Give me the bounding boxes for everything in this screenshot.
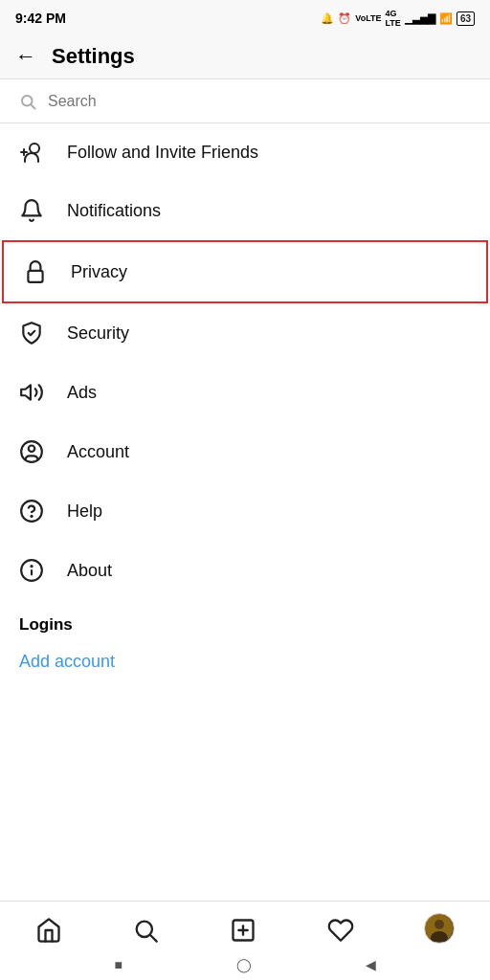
add-post-button[interactable] bbox=[230, 913, 256, 943]
svg-point-8 bbox=[29, 446, 35, 453]
svg-line-15 bbox=[151, 935, 157, 941]
search-input[interactable] bbox=[48, 93, 471, 110]
android-nav-bar: ■ ◯ ◀ bbox=[0, 949, 490, 980]
signal-icon: ▁▃▅▇ bbox=[405, 12, 435, 25]
menu-item-account[interactable]: Account bbox=[0, 422, 490, 481]
svg-rect-5 bbox=[28, 271, 42, 282]
ads-label: Ads bbox=[67, 383, 97, 403]
activity-button[interactable] bbox=[327, 913, 354, 943]
help-label: Help bbox=[67, 501, 102, 522]
shield-icon bbox=[19, 321, 54, 345]
status-bar: 9:42 PM 🔔 ⏰ VoLTE 4GLTE ▁▃▅▇ 📶 63 bbox=[0, 0, 490, 34]
status-icons: 🔔 ⏰ VoLTE 4GLTE ▁▃▅▇ 📶 63 bbox=[321, 9, 475, 28]
search-icon bbox=[19, 91, 36, 111]
ads-icon bbox=[19, 380, 54, 405]
volte-icon: VoLTE bbox=[355, 13, 381, 23]
svg-line-1 bbox=[31, 105, 34, 109]
profile-avatar[interactable] bbox=[424, 913, 455, 944]
wifi-icon: 📶 bbox=[439, 12, 453, 25]
alarm-icon: 🔔 bbox=[321, 12, 334, 25]
menu-item-privacy[interactable]: Privacy bbox=[2, 240, 488, 303]
android-back-btn[interactable]: ◀ bbox=[366, 957, 376, 972]
header: ← Settings bbox=[0, 34, 490, 79]
follow-icon bbox=[19, 141, 54, 164]
status-time: 9:42 PM bbox=[15, 11, 66, 26]
nav-icons-row bbox=[0, 902, 490, 949]
notifications-label: Notifications bbox=[67, 201, 161, 221]
account-icon bbox=[19, 439, 54, 464]
clock-icon: ⏰ bbox=[338, 12, 351, 25]
menu-item-security[interactable]: Security bbox=[0, 303, 490, 363]
bottom-nav: ■ ◯ ◀ bbox=[0, 901, 490, 980]
info-icon bbox=[19, 558, 54, 583]
search-nav-button[interactable] bbox=[132, 913, 159, 943]
battery-icon: 63 bbox=[457, 11, 475, 26]
bell-icon bbox=[19, 198, 54, 223]
privacy-label: Privacy bbox=[71, 262, 127, 282]
android-square-btn[interactable]: ■ bbox=[114, 957, 122, 972]
menu-item-help[interactable]: Help bbox=[0, 481, 490, 541]
menu-item-notifications[interactable]: Notifications bbox=[0, 181, 490, 240]
logins-section-label: Logins bbox=[0, 600, 490, 638]
svg-point-20 bbox=[434, 920, 444, 929]
lock-icon bbox=[23, 259, 57, 284]
svg-marker-6 bbox=[21, 385, 31, 399]
menu-item-follow[interactable]: Follow and Invite Friends bbox=[0, 123, 490, 181]
search-bar bbox=[0, 79, 490, 123]
back-button[interactable]: ← bbox=[15, 44, 36, 69]
page-title: Settings bbox=[52, 44, 135, 69]
menu-item-about[interactable]: About bbox=[0, 541, 490, 600]
home-nav-button[interactable] bbox=[35, 913, 62, 943]
account-label: Account bbox=[67, 442, 129, 462]
security-label: Security bbox=[67, 323, 129, 344]
help-icon bbox=[19, 499, 54, 523]
follow-label: Follow and Invite Friends bbox=[67, 143, 258, 163]
menu-item-ads[interactable]: Ads bbox=[0, 363, 490, 422]
android-circle-btn[interactable]: ◯ bbox=[236, 957, 252, 972]
4g-icon: 4GLTE bbox=[386, 9, 401, 28]
add-account-button[interactable]: Add account bbox=[0, 638, 490, 685]
svg-point-2 bbox=[30, 144, 39, 153]
about-label: About bbox=[67, 561, 112, 581]
